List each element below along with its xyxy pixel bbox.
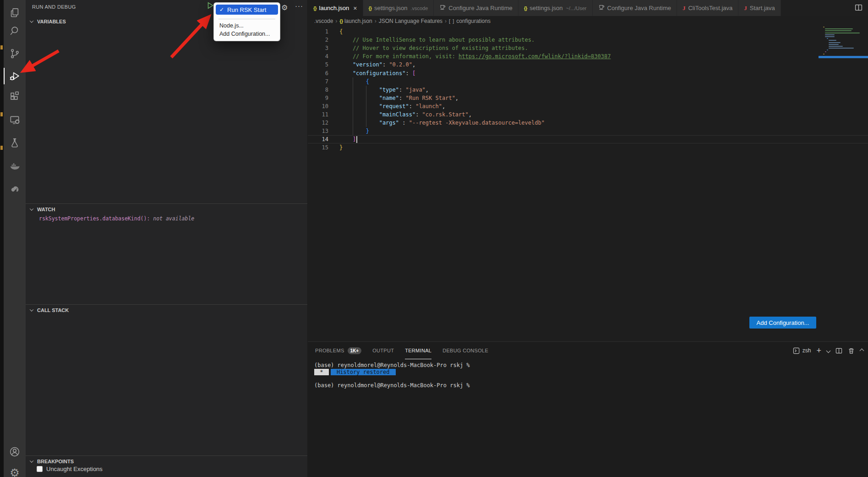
minimap-current-line-bar (819, 56, 868, 58)
testing-icon[interactable] (4, 132, 26, 154)
code-line[interactable]: 10"request": "launch", (308, 102, 868, 110)
extensions-icon[interactable] (4, 85, 26, 107)
code-line[interactable]: 6"configurations": [ (308, 69, 868, 77)
minimap-line (825, 28, 853, 29)
breadcrumb-item[interactable]: JSON Language Features (379, 18, 442, 24)
tab-settings-json[interactable]: {}settings.json.vscode (363, 0, 434, 16)
shell-name: zsh (802, 347, 811, 354)
terminal-dropdown-icon[interactable] (827, 349, 830, 352)
breadcrumb-item[interactable]: {}launch.json (339, 18, 372, 24)
docker-icon[interactable] (4, 155, 26, 177)
code-editor[interactable]: 1{2// Use IntelliSense to learn about po… (308, 26, 868, 341)
watch-expression-row[interactable]: rskSystemProperties.databaseKind(): not … (39, 215, 194, 222)
edge-marker (0, 112, 3, 116)
terminal-chip-blue: History restored (331, 369, 396, 375)
minimap-line (829, 42, 841, 43)
breadcrumb-separator: › (335, 18, 337, 24)
menu-item-add-configuration[interactable]: Add Configuration... (214, 30, 280, 38)
minimap-line (825, 33, 860, 33)
code-token: "Run RSK Start" (405, 95, 455, 101)
code-line[interactable]: 11"mainClass": "co.rsk.Start", (308, 110, 868, 119)
code-token: , (442, 103, 445, 110)
panel-tab-problems[interactable]: PROBLEMS1K+ (315, 342, 361, 359)
code-line[interactable]: 12"args" : "--regtest -Xkeyvalue.datasou… (308, 119, 868, 127)
minimap-line (829, 40, 836, 41)
section-divider[interactable] (26, 203, 307, 204)
settings-gear-icon[interactable]: ⚙ (4, 462, 26, 477)
code-line[interactable]: 15} (308, 143, 868, 152)
split-terminal-icon[interactable] (835, 347, 842, 354)
panel-tab-output[interactable]: OUTPUT (372, 342, 394, 359)
code-line[interactable]: 3// Hover to view descriptions of existi… (308, 44, 868, 52)
minimap-line (829, 46, 843, 47)
tab-launch-json[interactable]: {}launch.json× (308, 0, 363, 16)
split-editor-icon[interactable] (855, 4, 863, 13)
minimap-line (825, 51, 826, 52)
breakpoint-uncaught-exceptions[interactable]: Uncaught Exceptions (37, 466, 103, 472)
section-divider[interactable] (26, 455, 307, 456)
code-line[interactable]: 2// Use IntelliSense to learn about poss… (308, 36, 868, 44)
section-divider[interactable] (26, 304, 307, 305)
code-token: "0.2.0" (389, 61, 412, 68)
code-token: } (366, 128, 369, 134)
indent-guide (339, 52, 353, 60)
line-number: 5 (308, 61, 328, 68)
views-more-actions-icon[interactable]: ··· (295, 2, 303, 10)
code-line[interactable]: 1{ (308, 27, 868, 36)
search-icon[interactable] (4, 20, 26, 42)
code-token: : (399, 95, 405, 101)
checkbox-unchecked[interactable] (37, 466, 43, 472)
close-icon[interactable]: × (353, 5, 357, 12)
breadcrumb-item[interactable]: .vscode (314, 18, 333, 24)
source-control-icon[interactable] (4, 43, 26, 65)
code-token: "request" (379, 103, 409, 110)
section-watch[interactable]: WATCH (26, 204, 307, 214)
tab-settings-json[interactable]: {}settings.json~/.../User (519, 0, 593, 16)
panel-tab-debug-console[interactable]: DEBUG CONSOLE (442, 342, 488, 359)
indent-guide (366, 86, 379, 94)
tab-description: .vscode (410, 5, 428, 11)
code-token: "type" (379, 87, 399, 93)
code-line[interactable]: 5"version": "0.2.0", (308, 60, 868, 69)
account-icon[interactable] (4, 441, 26, 463)
code-line[interactable]: 8"type": "java", (308, 86, 868, 94)
tab-configure-java-runtime[interactable]: Configure Java Runtime (434, 0, 518, 16)
menu-item-nodejs[interactable]: Node.js... (214, 22, 280, 30)
code-token: "co.rsk.Start" (422, 111, 469, 118)
code-line[interactable]: 4// For more information, visit: https:/… (308, 52, 868, 60)
tab-start-java[interactable]: JStart.java (738, 0, 781, 16)
code-token: : (415, 111, 422, 118)
terminal-shell-icon[interactable]: zsh (793, 347, 811, 354)
minimap[interactable] (823, 27, 861, 55)
chevron-down-icon (30, 459, 33, 462)
code-line[interactable]: 9"name": "Run RSK Start", (308, 94, 868, 102)
minimap-line (825, 30, 852, 31)
terminal-output[interactable]: (base) reynoldmorel@Reynolds-MacBook-Pro… (314, 362, 863, 477)
remote-explorer-icon[interactable] (4, 109, 26, 131)
section-call-stack[interactable]: CALL STACK (26, 305, 307, 315)
breadcrumb-item[interactable]: [ ]configurations (449, 18, 491, 24)
minimap-line (829, 44, 839, 45)
cup-file-icon (598, 4, 605, 12)
panel-tab-label: PROBLEMS (315, 348, 344, 353)
indent-guide (353, 127, 366, 135)
new-terminal-icon[interactable]: + (816, 346, 821, 355)
section-breakpoints[interactable]: BREAKPOINTS (26, 456, 307, 466)
tab-configure-java-runtime[interactable]: Configure Java Runtime (593, 0, 677, 16)
kill-terminal-trash-icon[interactable] (848, 347, 855, 354)
panel-tab-terminal[interactable]: TERMINAL (405, 342, 431, 359)
tab-label: Configure Java Runtime (448, 5, 512, 11)
code-token: [ (412, 70, 415, 77)
tab-clitoolstest-java[interactable]: JCliToolsTest.java (677, 0, 738, 16)
gradle-elephant-icon[interactable] (4, 178, 26, 200)
code-line[interactable]: 14] (308, 135, 868, 143)
add-configuration-button[interactable]: Add Configuration... (749, 317, 816, 329)
menu-item-run-rsk-start[interactable]: ✓ Run RSK Start (216, 5, 278, 15)
code-line[interactable]: 7{ (308, 77, 868, 86)
maximize-panel-icon[interactable] (860, 349, 863, 352)
watch-expression: rskSystemProperties.databaseKind(): (39, 215, 153, 222)
code-line[interactable]: 13} (308, 127, 868, 135)
debug-settings-gear-icon[interactable]: ⚙ (281, 3, 288, 12)
line-number: 3 (308, 45, 328, 51)
run-and-debug-icon[interactable] (4, 65, 26, 87)
